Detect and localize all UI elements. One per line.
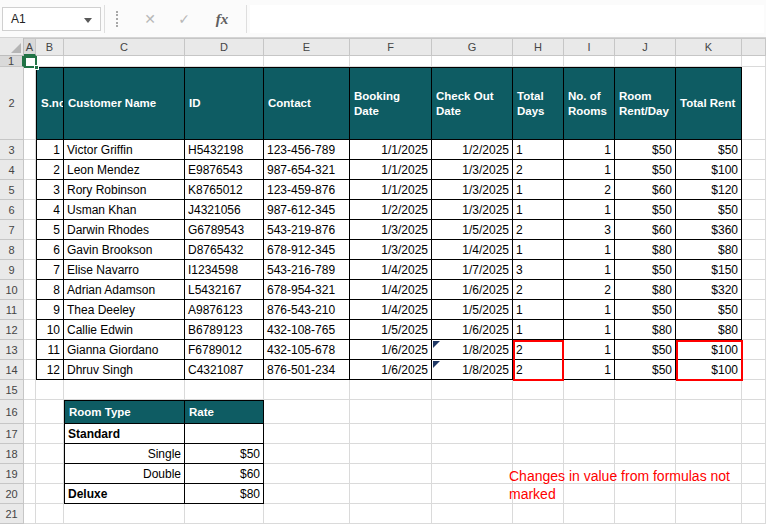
cell-G18[interactable] (432, 444, 513, 464)
cell-K16[interactable] (676, 400, 742, 424)
cell-C5[interactable]: Rory Robinson (64, 180, 185, 200)
cell-G19[interactable] (432, 464, 513, 484)
cell-B14[interactable]: 12 (36, 360, 64, 380)
cell-J14[interactable]: $50 (615, 360, 676, 380)
cell-E13[interactable]: 432-105-678 (264, 340, 350, 360)
cell-D13[interactable]: F6789012 (185, 340, 264, 360)
cell-L10[interactable] (742, 280, 766, 300)
cell-K7[interactable]: $360 (676, 220, 742, 240)
cell-G2[interactable]: Check Out Date (432, 67, 513, 140)
cell-D5[interactable]: K8765012 (185, 180, 264, 200)
cell-B16[interactable] (36, 400, 64, 424)
cell-B17[interactable] (36, 424, 64, 444)
cell-C7[interactable]: Darwin Rhodes (64, 220, 185, 240)
cell-J8[interactable]: $80 (615, 240, 676, 260)
row-header-4[interactable]: 4 (0, 160, 24, 180)
cell-L13[interactable] (742, 340, 766, 360)
column-header-I[interactable]: I (564, 38, 615, 56)
cell-G20[interactable] (432, 484, 513, 504)
cell-A10[interactable] (24, 280, 36, 300)
row-header-19[interactable]: 19 (0, 464, 24, 484)
cell-E8[interactable]: 678-912-345 (264, 240, 350, 260)
row-header-6[interactable]: 6 (0, 200, 24, 220)
column-header-J[interactable]: J (615, 38, 676, 56)
cell-D7[interactable]: G6789543 (185, 220, 264, 240)
cell-E12[interactable]: 432-108-765 (264, 320, 350, 340)
cell-F7[interactable]: 1/3/2025 (350, 220, 432, 240)
cell-C8[interactable]: Gavin Brookson (64, 240, 185, 260)
cell-L4[interactable] (742, 160, 766, 180)
cell-L19[interactable] (742, 464, 766, 484)
cell-H14[interactable]: 2 (513, 360, 564, 380)
cell-K14[interactable]: $100 (676, 360, 742, 380)
cell-B3[interactable]: 1 (36, 140, 64, 160)
cell-E17[interactable] (264, 424, 350, 444)
cell-H10[interactable]: 2 (513, 280, 564, 300)
cell-L18[interactable] (742, 444, 766, 464)
cell-H3[interactable]: 1 (513, 140, 564, 160)
cell-E21[interactable] (264, 504, 350, 524)
cell-I7[interactable]: 3 (564, 220, 615, 240)
cell-D3[interactable]: H5432198 (185, 140, 264, 160)
column-header-G[interactable]: G (432, 38, 513, 56)
cell-D20[interactable]: $80 (185, 484, 264, 504)
cell-C1[interactable] (64, 56, 185, 67)
cell-K18[interactable] (676, 444, 742, 464)
cell-K12[interactable]: $80 (676, 320, 742, 340)
cell-L3[interactable] (742, 140, 766, 160)
cell-F12[interactable]: 1/5/2025 (350, 320, 432, 340)
cell-F11[interactable]: 1/4/2025 (350, 300, 432, 320)
cell-H13[interactable]: 2 (513, 340, 564, 360)
cell-B5[interactable]: 3 (36, 180, 64, 200)
cell-B10[interactable]: 8 (36, 280, 64, 300)
cell-A21[interactable] (24, 504, 36, 524)
cell-H8[interactable]: 1 (513, 240, 564, 260)
cell-A3[interactable] (24, 140, 36, 160)
cell-E4[interactable]: 987-654-321 (264, 160, 350, 180)
cell-B6[interactable]: 4 (36, 200, 64, 220)
row-header-3[interactable]: 3 (0, 140, 24, 160)
cell-F6[interactable]: 1/2/2025 (350, 200, 432, 220)
cell-L11[interactable] (742, 300, 766, 320)
cell-J7[interactable]: $60 (615, 220, 676, 240)
cell-K2[interactable]: Total Rent (676, 67, 742, 140)
cell-H4[interactable]: 2 (513, 160, 564, 180)
cell-B9[interactable]: 7 (36, 260, 64, 280)
cell-A13[interactable] (24, 340, 36, 360)
cell-G21[interactable] (432, 504, 513, 524)
cell-F4[interactable]: 1/1/2025 (350, 160, 432, 180)
row-header-16[interactable]: 16 (0, 400, 24, 424)
cell-G5[interactable]: 1/3/2025 (432, 180, 513, 200)
cell-C20[interactable]: Deluxe (64, 484, 185, 504)
cell-J4[interactable]: $50 (615, 160, 676, 180)
cell-C21[interactable] (64, 504, 185, 524)
cell-E1[interactable] (264, 56, 350, 67)
cell-C6[interactable]: Usman Khan (64, 200, 185, 220)
cell-L17[interactable] (742, 424, 766, 444)
cell-B12[interactable]: 10 (36, 320, 64, 340)
cell-I16[interactable] (564, 400, 615, 424)
cell-C4[interactable]: Leon Mendez (64, 160, 185, 180)
cell-A9[interactable] (24, 260, 36, 280)
cell-E18[interactable] (264, 444, 350, 464)
cell-C12[interactable]: Callie Edwin (64, 320, 185, 340)
cell-I1[interactable] (564, 56, 615, 67)
cell-F19[interactable] (350, 464, 432, 484)
cell-H7[interactable]: 2 (513, 220, 564, 240)
cell-C11[interactable]: Thea Deeley (64, 300, 185, 320)
cell-H12[interactable]: 1 (513, 320, 564, 340)
cell-C15[interactable] (64, 380, 185, 400)
row-header-11[interactable]: 11 (0, 300, 24, 320)
cell-B18[interactable] (36, 444, 64, 464)
cell-B4[interactable]: 2 (36, 160, 64, 180)
row-header-7[interactable]: 7 (0, 220, 24, 240)
cell-F5[interactable]: 1/1/2025 (350, 180, 432, 200)
cell-K5[interactable]: $120 (676, 180, 742, 200)
cell-K6[interactable]: $50 (676, 200, 742, 220)
row-header-18[interactable]: 18 (0, 444, 24, 464)
cell-H11[interactable]: 1 (513, 300, 564, 320)
cell-I10[interactable]: 2 (564, 280, 615, 300)
row-header-12[interactable]: 12 (0, 320, 24, 340)
cell-G7[interactable]: 1/5/2025 (432, 220, 513, 240)
cell-A20[interactable] (24, 484, 36, 504)
